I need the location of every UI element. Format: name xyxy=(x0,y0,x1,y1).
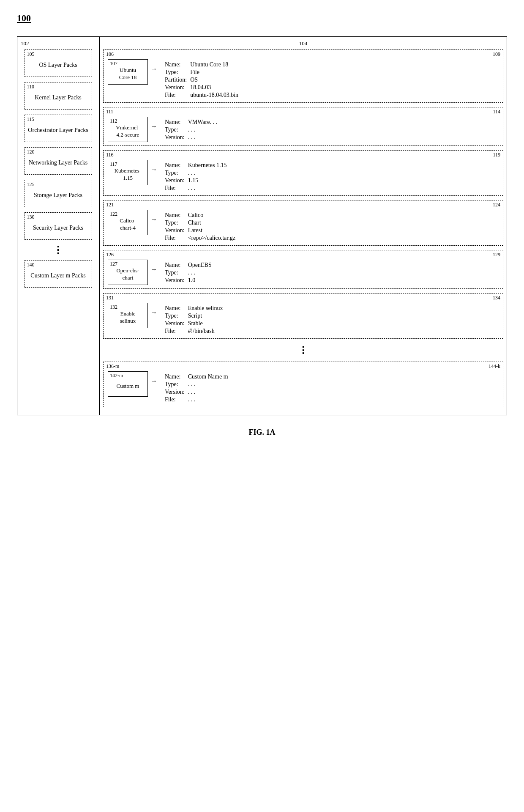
ubuntu-arrow: → xyxy=(150,65,157,73)
calico-inner-id: 122 xyxy=(110,211,117,217)
openebs-detail-info: 129 Name:OpenEBS Type:. . . Version:1.0 xyxy=(160,254,499,284)
security-pack-id: 130 xyxy=(27,214,35,220)
calico-version-val: Latest xyxy=(186,227,237,234)
custom-version-key: Version: xyxy=(163,388,186,396)
networking-pack-id: 120 xyxy=(27,149,35,155)
openebs-arrow: → xyxy=(150,266,157,273)
diagram: 102 105 OS Layer Packs 110 Kernel Layer … xyxy=(17,36,507,415)
left-col-dots: ⋮ xyxy=(53,245,64,255)
kubernetes-file-val: . . . xyxy=(186,184,229,192)
kubernetes-version-val: 1.15 xyxy=(186,177,229,184)
openebs-name-val: OpenEBS xyxy=(186,261,213,269)
networking-pack-label: Networking Layer Packs xyxy=(29,159,87,166)
kubernetes-arrow: → xyxy=(150,166,157,173)
storage-pack-label: Storage Layer Packs xyxy=(34,192,82,199)
selinux-type-key: Type: xyxy=(163,312,186,320)
kubernetes-inner-id: 117 xyxy=(110,161,117,167)
kubernetes-detail-id: 119 xyxy=(493,152,500,158)
fig-label: FIG. 1A xyxy=(17,428,507,437)
selinux-arrow: → xyxy=(150,309,157,316)
calico-name-val: Calico xyxy=(186,211,237,219)
openebs-version-key: Version: xyxy=(163,277,186,284)
selinux-inner-id: 132 xyxy=(110,304,117,310)
storage-layer-pack-box: 125 Storage Layer Packs xyxy=(25,180,92,207)
detail-row-kubernetes-id: 116 xyxy=(106,152,114,158)
custom-detail-id: 144-k xyxy=(489,363,500,370)
calico-file-key: File: xyxy=(163,234,186,242)
openebs-inner-box: 127 Open-ebs-chart xyxy=(108,260,148,285)
vmkernel-version-key: Version: xyxy=(163,134,186,141)
kubernetes-inner-box: 117 Kubernetes-1.15 xyxy=(108,160,148,185)
custom-pack-id: 140 xyxy=(27,262,35,268)
detail-row-custom-id: 136-m xyxy=(106,363,119,370)
vmkernel-version-val: . . . xyxy=(186,134,219,141)
ubuntu-version-val: 18.04.03 xyxy=(188,84,240,91)
calico-arrow: → xyxy=(150,216,157,223)
custom-file-key: File: xyxy=(163,396,186,403)
calico-type-val: Chart xyxy=(186,219,237,227)
page-title: 100 xyxy=(17,13,507,24)
detail-row-selinux-id: 131 xyxy=(106,295,114,301)
selinux-file-key: File: xyxy=(163,327,186,335)
networking-layer-pack-box: 120 Networking Layer Packs xyxy=(25,147,92,175)
ubuntu-type-key: Type: xyxy=(163,69,188,76)
detail-row-ubuntu-id: 106 xyxy=(106,51,114,58)
ubuntu-name-val: Ubuntu Core 18 xyxy=(188,61,240,69)
calico-inner-label: Calico-chart-4 xyxy=(120,217,136,232)
vmkernel-inner-id: 112 xyxy=(110,118,117,124)
ubuntu-file-key: File: xyxy=(163,91,188,99)
openebs-type-val: . . . xyxy=(186,269,213,277)
os-layer-pack-box: 105 OS Layer Packs xyxy=(25,49,92,77)
selinux-type-val: Script xyxy=(186,312,225,320)
openebs-type-key: Type: xyxy=(163,269,186,277)
vmkernel-inner-box: 112 Vmkernel-4.2-secure xyxy=(108,117,148,142)
vmkernel-name-val: VMWare. . . xyxy=(186,118,219,126)
kernel-layer-pack-box: 110 Kernel Layer Packs xyxy=(25,82,92,110)
calico-detail-id: 124 xyxy=(493,202,500,208)
vmkernel-type-key: Type: xyxy=(163,126,186,134)
detail-row-kubernetes: 116 117 Kubernetes-1.15 → 119 Name:Kuber… xyxy=(103,150,503,196)
openebs-inner-id: 127 xyxy=(110,261,117,267)
vmkernel-arrow: → xyxy=(150,123,157,130)
right-column-box: 104 106 107 UbuntuCore 18 → 109 Name:Ubu… xyxy=(99,36,507,415)
calico-file-val: <repo>/calico.tar.gz xyxy=(186,234,237,242)
kubernetes-name-key: Name: xyxy=(163,162,186,169)
selinux-detail-id: 134 xyxy=(493,295,500,301)
kubernetes-detail-info: 119 Name:Kubernetes 1.15 Type:. . . Vers… xyxy=(160,154,499,192)
calico-inner-box: 122 Calico-chart-4 xyxy=(108,210,148,235)
ubuntu-partition-val: OS xyxy=(188,76,240,84)
storage-pack-id: 125 xyxy=(27,181,35,188)
os-pack-label: OS Layer Packs xyxy=(39,62,77,69)
detail-row-ubuntu: 106 107 UbuntuCore 18 → 109 Name:Ubuntu … xyxy=(103,49,503,103)
orchestrator-pack-id: 115 xyxy=(27,116,35,123)
openebs-version-val: 1.0 xyxy=(186,277,213,284)
os-pack-id: 105 xyxy=(27,51,35,58)
right-col-dots: ⋮ xyxy=(103,343,503,357)
detail-row-openebs: 126 127 Open-ebs-chart → 129 Name:OpenEB… xyxy=(103,250,503,289)
ubuntu-inner-id: 107 xyxy=(110,60,117,67)
orchestrator-layer-pack-box: 115 Orchestrator Layer Packs xyxy=(25,115,92,142)
openebs-name-key: Name: xyxy=(163,261,186,269)
left-column-box: 102 105 OS Layer Packs 110 Kernel Layer … xyxy=(17,36,99,415)
detail-row-vmkernel: 111 112 Vmkernel-4.2-secure → 114 Name:V… xyxy=(103,107,503,146)
custom-arrow: → xyxy=(150,377,157,385)
detail-row-calico-id: 121 xyxy=(106,202,114,208)
selinux-detail-info: 134 Name:Enable selinux Type:Script Vers… xyxy=(160,297,499,335)
kernel-pack-id: 110 xyxy=(27,84,35,90)
vmkernel-detail-info: 114 Name:VMWare. . . Type:. . . Version:… xyxy=(160,111,499,141)
vmkernel-detail-id: 114 xyxy=(493,109,500,115)
calico-detail-info: 124 Name:Calico Type:Chart Version:Lates… xyxy=(160,204,499,242)
calico-version-key: Version: xyxy=(163,227,186,234)
selinux-name-key: Name: xyxy=(163,304,186,312)
selinux-file-val: #!/bin/bash xyxy=(186,327,225,335)
security-layer-pack-box: 130 Security Layer Packs xyxy=(25,212,92,240)
ubuntu-partition-key: Partition: xyxy=(163,76,188,84)
detail-row-custom: 136-m 142-m Custom m → 144-k Name:Custom… xyxy=(103,362,503,407)
selinux-inner-label: Enableselinux xyxy=(120,310,136,325)
selinux-version-key: Version: xyxy=(163,320,186,327)
custom-type-val: . . . xyxy=(186,381,230,388)
ubuntu-inner-label: UbuntuCore 18 xyxy=(119,67,137,81)
security-pack-label: Security Layer Packs xyxy=(33,225,83,231)
calico-type-key: Type: xyxy=(163,219,186,227)
ubuntu-detail-info: 109 Name:Ubuntu Core 18 Type:File Partit… xyxy=(160,53,499,99)
